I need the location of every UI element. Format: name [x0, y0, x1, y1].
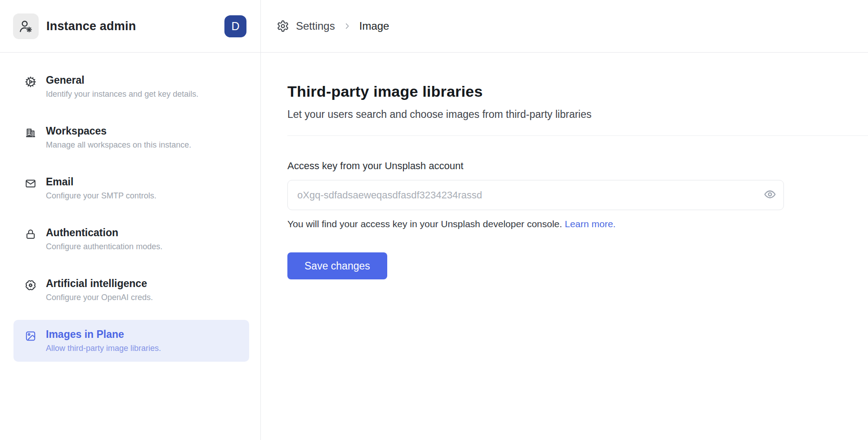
- app-title: Instance admin: [46, 19, 224, 33]
- cog-icon: [25, 76, 36, 88]
- mail-icon: [25, 178, 36, 189]
- sidebar-header: Instance admin D: [0, 0, 260, 53]
- section-divider: [287, 135, 868, 136]
- main-panel: Settings Image Third-party image librari…: [261, 0, 868, 440]
- breadcrumb-settings[interactable]: Settings: [296, 20, 335, 32]
- page-title: Third-party image libraries: [287, 83, 868, 100]
- sidebar: Instance admin D General Identify your i…: [0, 0, 261, 440]
- breadcrumb-image: Image: [359, 20, 389, 32]
- toggle-visibility-button[interactable]: [763, 189, 777, 202]
- access-key-input[interactable]: [287, 180, 784, 210]
- sidebar-item-general[interactable]: General Identify your instances and get …: [13, 66, 249, 108]
- sidebar-item-email[interactable]: Email Configure your SMTP controls.: [13, 167, 249, 209]
- instance-admin-app: Instance admin D General Identify your i…: [0, 0, 868, 440]
- brain-cog-icon: [25, 279, 36, 291]
- sidebar-item-description: Configure authentication modes.: [46, 241, 162, 252]
- sidebar-item-label: Email: [46, 175, 157, 189]
- sidebar-item-label: General: [46, 73, 198, 87]
- breadcrumb: Settings Image: [261, 0, 868, 53]
- sidebar-nav: General Identify your instances and get …: [0, 53, 260, 371]
- sidebar-item-artificial-intelligence[interactable]: Artificial intelligence Configure your O…: [13, 269, 249, 311]
- sidebar-item-description: Configure your SMTP controls.: [46, 190, 157, 202]
- avatar[interactable]: D: [224, 15, 246, 37]
- sidebar-item-label: Workspaces: [46, 124, 191, 138]
- image-icon: [25, 330, 36, 342]
- eye-icon: [764, 188, 776, 202]
- save-changes-button[interactable]: Save changes: [287, 252, 387, 279]
- settings-gear-icon: [277, 20, 289, 32]
- sidebar-item-authentication[interactable]: Authentication Configure authentication …: [13, 218, 249, 260]
- learn-more-link[interactable]: Learn more.: [565, 219, 616, 229]
- helper-text-body: You will find your access key in your Un…: [287, 219, 562, 229]
- sidebar-item-label: Authentication: [46, 226, 162, 239]
- sidebar-item-description: Allow third-party image libraries.: [46, 343, 161, 354]
- building-icon: [25, 127, 36, 139]
- lock-icon: [25, 229, 36, 240]
- user-cog-icon: [13, 13, 39, 39]
- sidebar-item-images-in-plane[interactable]: Images in Plane Allow third-party image …: [13, 320, 249, 362]
- access-key-label: Access key from your Unsplash account: [287, 160, 868, 172]
- sidebar-item-workspaces[interactable]: Workspaces Manage all workspaces on this…: [13, 117, 249, 158]
- sidebar-item-description: Identify your instances and get key deta…: [46, 89, 198, 100]
- helper-text: You will find your access key in your Un…: [287, 219, 868, 229]
- sidebar-item-label: Images in Plane: [46, 328, 161, 341]
- sidebar-item-label: Artificial intelligence: [46, 277, 153, 290]
- page-subtitle: Let your users search and choose images …: [287, 108, 868, 121]
- access-key-input-wrap: [287, 180, 784, 210]
- settings-content: Third-party image libraries Let your use…: [261, 53, 868, 279]
- sidebar-item-description: Manage all workspaces on this instance.: [46, 139, 191, 151]
- sidebar-item-description: Configure your OpenAI creds.: [46, 292, 153, 303]
- chevron-right-icon: [342, 21, 352, 31]
